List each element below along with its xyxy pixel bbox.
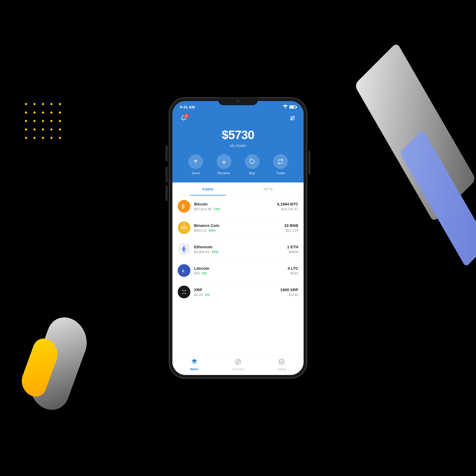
send-button-circle <box>188 154 203 169</box>
wallet-nav-icon <box>191 359 198 367</box>
bnb-info: Binance Coin $643,23 44% <box>194 223 284 232</box>
coin-row-eth[interactable]: Ethereum $4,809,91 14% 1 ETH $4809 <box>178 239 298 260</box>
bnb-price-row: $643,23 44% <box>194 228 284 232</box>
send-button[interactable]: Send <box>188 154 203 175</box>
btc-balance: 0,1584 BTC $10,741,57 <box>277 202 298 211</box>
main-content: Coins NFTs ₿ <box>172 182 304 356</box>
svg-marker-14 <box>183 225 185 226</box>
ltc-price: $40 <box>194 271 200 275</box>
svg-marker-17 <box>185 227 187 229</box>
bnb-icon <box>178 221 190 234</box>
eth-balance: 1 ETH $4809 <box>287 245 298 254</box>
ltc-price-row: $40 5% <box>194 271 287 275</box>
svg-point-0 <box>285 108 286 108</box>
svg-point-2 <box>294 116 295 117</box>
btc-price: $67,813,48 <box>194 207 211 211</box>
phone-wrapper: 9:41 AM <box>169 98 307 378</box>
receive-label: Receive <box>218 171 230 175</box>
svg-marker-16 <box>181 227 183 229</box>
nav-wallet[interactable]: Wallet <box>186 359 202 371</box>
svg-text:₿: ₿ <box>182 204 184 209</box>
trade-button-circle <box>273 154 288 169</box>
svg-marker-22 <box>182 249 184 253</box>
svg-marker-21 <box>184 249 186 253</box>
eth-value: $4809 <box>287 250 298 254</box>
ltc-change: 5% <box>202 271 207 275</box>
eth-name: Ethereum <box>194 245 287 249</box>
xrp-amount: 1000 XRP <box>280 287 298 292</box>
trade-label: Trade <box>276 171 285 175</box>
wifi-icon <box>283 105 288 109</box>
xrp-value: $1240 <box>280 293 298 297</box>
status-time: 9:41 AM <box>180 105 195 109</box>
svg-marker-26 <box>237 361 239 363</box>
nav-wallet-label: Wallet <box>190 368 199 371</box>
header-section: 2 <box>172 111 304 182</box>
btc-name: Bitcoin <box>194 202 277 206</box>
notification-button[interactable]: 2 <box>179 114 188 123</box>
phone-frame: 9:41 AM <box>169 98 307 378</box>
coin-row-xrp[interactable]: XRP $1,24 1% 1000 XRP $1240 <box>178 281 298 303</box>
bnb-balance: 33 BNB $21,219 <box>284 223 298 232</box>
nav-setting-label: Setting <box>277 368 286 371</box>
wallet-total-value: $5730 <box>179 128 297 142</box>
ltc-amount: 4 LTC <box>287 266 298 271</box>
filter-icon <box>290 115 295 122</box>
svg-marker-15 <box>183 229 185 230</box>
eth-price-row: $4,809,91 14% <box>194 250 287 254</box>
eth-change: 14% <box>212 250 218 254</box>
send-label: Send <box>191 171 199 175</box>
tab-nfts[interactable]: NFTs <box>238 182 298 195</box>
notch <box>218 98 258 105</box>
nav-discover[interactable]: Discover <box>230 359 246 371</box>
buy-button-circle <box>245 154 260 169</box>
wallet-label: My Wallet <box>179 144 297 148</box>
trade-button[interactable]: Trade <box>273 154 288 175</box>
coin-row-ltc[interactable]: Ł Litecoin $40 5% 4 LTC $160 <box>178 260 298 281</box>
ltc-balance: 4 LTC $160 <box>287 266 298 275</box>
eth-amount: 1 ETH <box>287 245 298 249</box>
filter-settings-button[interactable] <box>288 114 297 123</box>
btc-value: $10,741,57 <box>277 207 298 211</box>
bnb-value: $21,219 <box>284 228 298 232</box>
tab-coins[interactable]: Coins <box>178 182 238 195</box>
btc-icon: ₿ <box>178 200 190 213</box>
ltc-icon: Ł <box>178 264 190 277</box>
header-top-row: 2 <box>179 114 297 123</box>
buy-button[interactable]: Buy <box>245 154 260 175</box>
ltc-name: Litecoin <box>194 266 287 271</box>
svg-point-25 <box>235 359 241 364</box>
discover-nav-icon <box>235 359 241 367</box>
notification-badge: 2 <box>184 113 189 118</box>
receive-button-circle <box>217 154 231 169</box>
svg-point-3 <box>291 119 292 120</box>
btc-price-row: $67,813,48 73% <box>194 207 277 211</box>
decorative-dots <box>25 103 64 142</box>
btc-info: Bitcoin $67,813,48 73% <box>194 202 277 211</box>
receive-button[interactable]: Receive <box>217 154 231 175</box>
bnb-price: $643,23 <box>194 228 207 232</box>
buy-label: Buy <box>249 171 255 175</box>
wallet-amount-display: $5730 <box>179 128 297 142</box>
action-buttons-row: Send Receive <box>179 154 297 175</box>
btc-change: 73% <box>213 207 220 211</box>
ltc-info: Litecoin $40 5% <box>194 266 287 275</box>
coin-row-bnb[interactable]: Binance Coin $643,23 44% 33 BNB $21,219 <box>178 217 298 239</box>
tabs-row: Coins NFTs <box>172 182 304 196</box>
battery-icon <box>289 105 296 109</box>
coins-list: ₿ Bitcoin $67,813,48 73% 0,1584 BTC <box>172 196 304 303</box>
ltc-value: $160 <box>287 271 298 275</box>
svg-point-27 <box>281 361 282 363</box>
xrp-info: XRP $1,24 1% <box>194 287 280 297</box>
coin-row-btc[interactable]: ₿ Bitcoin $67,813,48 73% 0,1584 BTC <box>178 196 298 217</box>
svg-text:Ł: Ł <box>182 269 185 273</box>
nav-setting[interactable]: Setting <box>274 359 290 371</box>
bnb-amount: 33 BNB <box>284 223 298 228</box>
svg-marker-18 <box>183 227 185 228</box>
eth-info: Ethereum $4,809,91 14% <box>194 245 287 254</box>
phone-screen: 9:41 AM <box>172 101 304 375</box>
eth-price: $4,809,91 <box>194 250 209 254</box>
setting-nav-icon <box>278 359 285 367</box>
status-icons <box>283 105 296 109</box>
bnb-change: 44% <box>209 228 216 232</box>
